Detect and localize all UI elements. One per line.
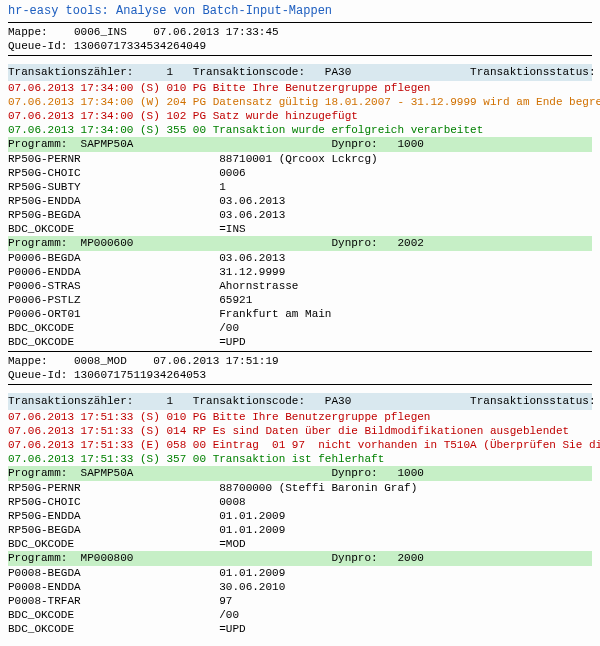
field-row: BDC_OKCODE =INS xyxy=(8,222,592,236)
field-row: BDC_OKCODE =UPD xyxy=(8,335,592,349)
field-row: BDC_OKCODE =UPD xyxy=(8,622,592,636)
field-row: RP50G-ENDDA 01.01.2009 xyxy=(8,509,592,523)
log-message: 07.06.2013 17:51:33 (S) 010 PG Bitte Ihr… xyxy=(8,410,592,424)
field-row: P0006-ORT01 Frankfurt am Main xyxy=(8,307,592,321)
program-header: Programm: SAPMP50A Dynpro: 1000 xyxy=(8,466,592,481)
page-title: hr-easy tools: Analyse von Batch-Input-M… xyxy=(8,4,592,18)
transaction-header: Transaktionszähler: 1 Transaktionscode: … xyxy=(8,64,592,81)
field-row: RP50G-SUBTY 1 xyxy=(8,180,592,194)
divider xyxy=(8,384,592,385)
field-row: RP50G-BEGDA 03.06.2013 xyxy=(8,208,592,222)
log-message: 07.06.2013 17:51:33 (S) 014 RP Es sind D… xyxy=(8,424,592,438)
field-row: P0008-ENDDA 30.06.2010 xyxy=(8,580,592,594)
log-message: 07.06.2013 17:34:00 (S) 010 PG Bitte Ihr… xyxy=(8,81,592,95)
divider xyxy=(8,351,592,352)
transaction-header: Transaktionszähler: 1 Transaktionscode: … xyxy=(8,393,592,410)
program-header: Programm: MP000800 Dynpro: 2000 xyxy=(8,551,592,566)
field-row: P0008-BEGDA 01.01.2009 xyxy=(8,566,592,580)
field-row: RP50G-CHOIC 0006 xyxy=(8,166,592,180)
field-row: RP50G-PERNR 88700000 (Steffi Baronin Gra… xyxy=(8,481,592,495)
report-body: Mappe: 0006_INS 07.06.2013 17:33:45Queue… xyxy=(8,25,592,636)
queue-row: Queue-Id: 13060717511934264053 xyxy=(8,368,592,382)
field-row: P0006-PSTLZ 65921 xyxy=(8,293,592,307)
field-row: BDC_OKCODE =MOD xyxy=(8,537,592,551)
field-row: P0008-TRFAR 97 xyxy=(8,594,592,608)
mappe-row: Mappe: 0008_MOD 07.06.2013 17:51:19 xyxy=(8,354,592,368)
mappe-row: Mappe: 0006_INS 07.06.2013 17:33:45 xyxy=(8,25,592,39)
log-message: 07.06.2013 17:51:33 (E) 058 00 Eintrag 0… xyxy=(8,438,592,452)
field-row: BDC_OKCODE /00 xyxy=(8,321,592,335)
field-row: P0006-ENDDA 31.12.9999 xyxy=(8,265,592,279)
field-row: P0006-BEGDA 03.06.2013 xyxy=(8,251,592,265)
program-header: Programm: SAPMP50A Dynpro: 1000 xyxy=(8,137,592,152)
field-row: RP50G-BEGDA 01.01.2009 xyxy=(8,523,592,537)
field-row: RP50G-CHOIC 0008 xyxy=(8,495,592,509)
field-row: P0006-STRAS Ahornstrasse xyxy=(8,279,592,293)
log-message: 07.06.2013 17:51:33 (S) 357 00 Transakti… xyxy=(8,452,592,466)
field-row: RP50G-PERNR 88710001 (Qrcoox Lckrcg) xyxy=(8,152,592,166)
log-message: 07.06.2013 17:34:00 (S) 355 00 Transakti… xyxy=(8,123,592,137)
divider xyxy=(8,22,592,23)
log-message: 07.06.2013 17:34:00 (W) 204 PG Datensatz… xyxy=(8,95,592,109)
queue-row: Queue-Id: 13060717334534264049 xyxy=(8,39,592,53)
program-header: Programm: MP000600 Dynpro: 2002 xyxy=(8,236,592,251)
field-row: BDC_OKCODE /00 xyxy=(8,608,592,622)
log-message: 07.06.2013 17:34:00 (S) 102 PG Satz wurd… xyxy=(8,109,592,123)
field-row: RP50G-ENDDA 03.06.2013 xyxy=(8,194,592,208)
divider xyxy=(8,55,592,56)
